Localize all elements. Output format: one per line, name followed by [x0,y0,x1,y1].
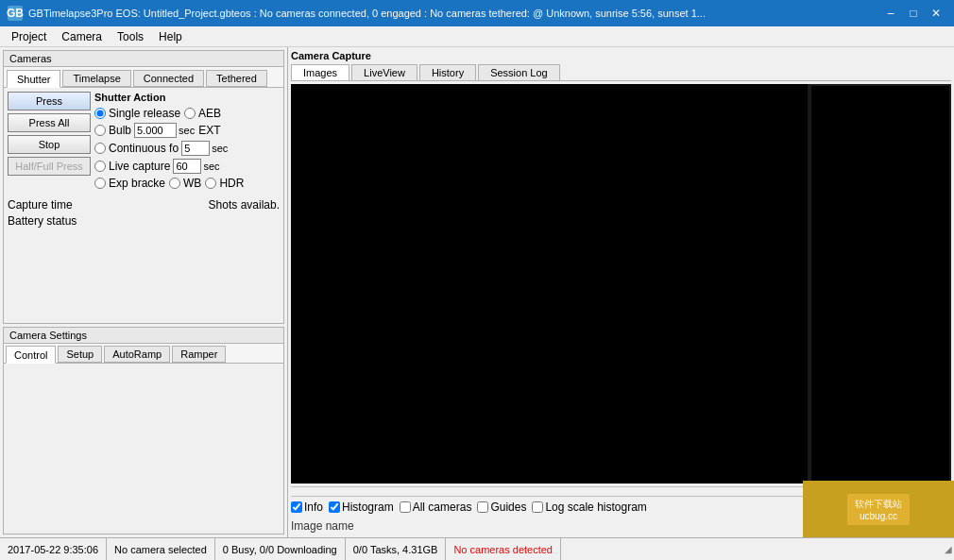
image-name-label: Image name [291,519,354,533]
checkbox-all-cameras: All cameras [400,501,472,514]
main-layout: Cameras Shutter Timelapse Connected Teth… [0,47,954,537]
status-busy: 0 Busy, 0/0 Downloading [215,538,346,560]
press-button[interactable]: Press [8,92,91,110]
image-area [291,84,951,484]
continuous-value-input[interactable] [181,141,210,156]
menu-help[interactable]: Help [151,28,190,45]
live-unit: sec [203,161,219,172]
cameras-header: Cameras [4,51,283,67]
radio-live-input[interactable] [94,161,106,172]
app-icon: GB [8,6,23,21]
tab-connected[interactable]: Connected [133,70,204,87]
radio-expbracket-label: Exp bracke [109,177,165,190]
titlebar-title: GBTimelapse3Pro EOS: Untitled_Project.gb… [28,8,706,19]
capture-tab-images[interactable]: Images [291,64,349,80]
capture-tab-history[interactable]: History [419,64,476,80]
titlebar-controls: – □ ✕ [880,5,946,22]
radio-continuous: Continuous fo sec [94,141,280,156]
left-panel: Cameras Shutter Timelapse Connected Teth… [0,47,288,537]
checkbox-guides-input[interactable] [477,501,488,513]
half-full-button[interactable]: Half/Full Press [8,157,91,176]
right-panel: Camera Capture Images LiveView History S… [288,47,954,537]
capture-tab-sessionlog[interactable]: Session Log [478,64,560,80]
checkbox-guides-label: Guides [490,501,526,514]
shots-available-label: Shots availab. [209,198,280,212]
watermark-url: ucbug.cc [855,511,902,521]
minimize-button[interactable]: – [880,5,901,22]
checkbox-info: Info [291,501,323,514]
radio-hdr-label: HDR [219,177,244,190]
main-image-view [291,84,808,484]
thumbnail-image [811,86,949,482]
checkbox-histogram-input[interactable] [329,501,340,513]
live-value-input[interactable] [173,159,201,174]
bulb-extra: EXT [198,124,220,137]
menu-tools[interactable]: Tools [110,28,151,45]
shutter-buttons: Press Press All Stop Half/Full Press [8,92,91,193]
status-camera-selected: No camera selected [107,538,215,560]
shutter-action: Shutter Action Single release AEB Bulb s… [94,92,280,193]
stop-button[interactable]: Stop [8,135,91,154]
radio-expbracket: Exp bracke WB HDR [94,177,280,190]
radio-bulb-label: Bulb [109,124,131,137]
menu-project[interactable]: Project [4,28,54,45]
camera-capture-header: Camera Capture [291,50,951,61]
settings-tab-control[interactable]: Control [6,346,56,364]
settings-tab-autoramp[interactable]: AutoRamp [104,346,170,363]
radio-single-label: Single release [109,107,180,120]
checkbox-info-label: Info [304,501,323,514]
radio-single-input[interactable] [94,108,106,119]
checkbox-log-scale: Log scale histogram [532,501,646,514]
radio-continuous-input[interactable] [94,143,106,154]
status-datetime: 2017-05-22 9:35:06 [0,538,107,560]
checkbox-log-scale-label: Log scale histogram [545,501,646,514]
radio-bulb-input[interactable] [94,125,106,136]
checkbox-guides: Guides [477,501,526,514]
statusbar: 2017-05-22 9:35:06 No camera selected 0 … [0,537,954,560]
shutter-action-title: Shutter Action [94,92,280,103]
close-button[interactable]: ✕ [926,5,946,22]
bulb-value-input[interactable] [134,123,177,138]
checkbox-histogram-label: Histogram [342,501,394,514]
watermark-inner: 软件下载站 ucbug.cc [847,494,910,525]
radio-live: Live capture sec [94,159,280,174]
checkbox-histogram: Histogram [329,501,394,514]
titlebar: GB GBTimelapse3Pro EOS: Untitled_Project… [0,0,954,26]
settings-tab-setup[interactable]: Setup [58,346,102,363]
capture-tab-liveview[interactable]: LiveView [351,64,417,80]
menu-camera[interactable]: Camera [54,28,110,45]
titlebar-left: GB GBTimelapse3Pro EOS: Untitled_Project… [8,6,706,21]
maximize-button[interactable]: □ [903,5,924,22]
press-all-button[interactable]: Press All [8,113,91,132]
settings-tab-ramper[interactable]: Ramper [172,346,226,363]
cameras-section: Cameras Shutter Timelapse Connected Teth… [3,50,284,324]
watermark-site: 软件下载站 [855,498,902,511]
capture-time-label: Capture time [8,198,73,212]
capture-info: Capture time Shots availab. [4,196,283,213]
checkbox-all-cameras-label: All cameras [413,501,472,514]
radio-single-release: Single release AEB [94,107,280,120]
camera-settings-tabs: Control Setup AutoRamp Ramper [4,344,283,364]
checkbox-all-cameras-input[interactable] [400,501,411,513]
menubar: Project Camera Tools Help [0,26,954,47]
radio-hdr-input[interactable] [205,178,216,189]
checkbox-info-input[interactable] [291,501,302,513]
tab-timelapse[interactable]: Timelapse [62,70,130,87]
radio-expbracket-input[interactable] [94,178,106,189]
tab-shutter[interactable]: Shutter [7,70,60,88]
radio-live-label: Live capture [109,160,170,173]
settings-content [4,364,283,534]
status-tasks: 0/0 Tasks, 4.31GB [346,538,447,560]
cameras-tabs: Shutter Timelapse Connected Tethered [4,67,283,88]
shutter-content: Press Press All Stop Half/Full Press Shu… [4,88,283,196]
radio-wb-input[interactable] [169,178,180,189]
checkbox-log-scale-input[interactable] [532,501,543,513]
battery-status-label: Battery status [8,214,77,228]
camera-settings-header: Camera Settings [4,328,283,344]
watermark: 软件下载站 ucbug.cc [803,481,954,537]
camera-settings-section: Camera Settings Control Setup AutoRamp R… [3,327,284,535]
radio-aeb-input[interactable] [184,108,196,119]
radio-continuous-label: Continuous fo [109,142,179,155]
bulb-unit: sec [179,125,195,136]
tab-tethered[interactable]: Tethered [206,70,267,87]
